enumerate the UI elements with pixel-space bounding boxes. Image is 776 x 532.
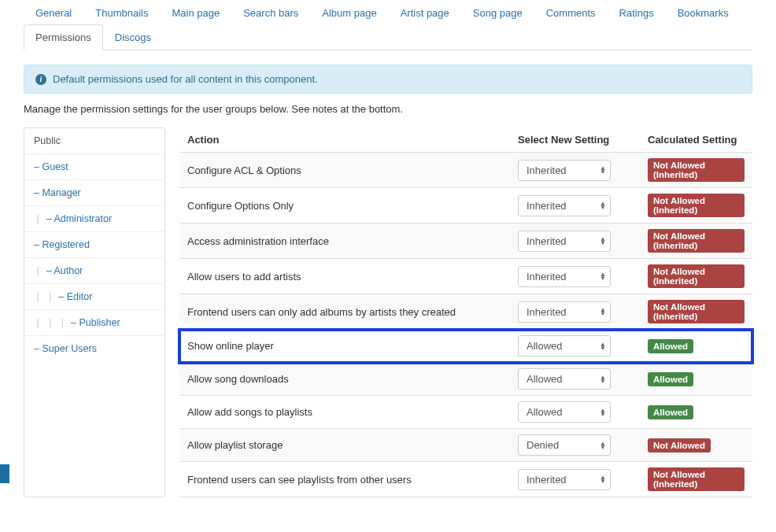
- status-badge: Not Allowed (Inherited): [648, 229, 745, 253]
- table-row: Allow playlist storageDenied▲▼Not Allowe…: [179, 429, 752, 462]
- side-tab[interactable]: [0, 464, 9, 483]
- action-label: Frontend users can only add albums by ar…: [179, 294, 510, 330]
- action-label: Frontend users can see playlists from ot…: [179, 462, 510, 497]
- status-badge: Allowed: [648, 372, 693, 386]
- sidebar-item-publisher[interactable]: | | | – Publisher: [24, 310, 164, 336]
- tab-main-page[interactable]: Main page: [160, 0, 231, 25]
- action-label: Show online player: [179, 330, 510, 363]
- status-badge: Not Allowed (Inherited): [648, 194, 745, 217]
- status-badge: Not Allowed (Inherited): [648, 467, 745, 491]
- table-row: Access administration interfaceInherited…: [179, 224, 752, 259]
- action-label: Access administration interface: [179, 224, 510, 259]
- table-row: Allow song downloadsAllowed▲▼Allowed: [179, 363, 752, 396]
- action-label: Allow add songs to playlists: [179, 396, 510, 429]
- action-label: Allow song downloads: [179, 363, 510, 396]
- sidebar-item-manager[interactable]: – Manager: [24, 180, 164, 206]
- status-badge: Allowed: [648, 339, 693, 353]
- table-row: Allow users to add artistsInherited▲▼Not…: [179, 259, 752, 294]
- select-setting[interactable]: Inherited: [518, 266, 611, 287]
- intro-text: Manage the permission settings for the u…: [24, 103, 752, 115]
- status-badge: Not Allowed (Inherited): [648, 158, 745, 182]
- sidebar-item-public[interactable]: Public: [24, 128, 164, 154]
- table-row: Allow add songs to playlistsAllowed▲▼All…: [179, 396, 752, 429]
- sidebar-item-guest[interactable]: – Guest: [24, 154, 164, 180]
- table-row: Configure ACL & OptionsInherited▲▼Not Al…: [179, 153, 752, 188]
- tab-comments[interactable]: Comments: [534, 0, 608, 25]
- sidebar-item-author[interactable]: | – Author: [24, 258, 164, 284]
- tab-thumbnails[interactable]: Thumbnails: [83, 0, 160, 25]
- alert-text: Default permissions used for all content…: [53, 73, 318, 85]
- action-label: Allow playlist storage: [179, 429, 510, 462]
- select-setting[interactable]: Allowed: [518, 335, 611, 357]
- tab-general[interactable]: General: [24, 0, 83, 25]
- th-action: Action: [179, 127, 510, 153]
- status-badge: Not Allowed (Inherited): [648, 300, 745, 323]
- select-setting[interactable]: Inherited: [518, 195, 611, 216]
- select-setting[interactable]: Inherited: [518, 231, 611, 252]
- sidebar-item-editor[interactable]: | | – Editor: [24, 284, 164, 310]
- action-label: Configure Options Only: [179, 188, 510, 224]
- tab-ratings[interactable]: Ratings: [608, 0, 666, 25]
- nav-tabs: GeneralThumbnailsMain pageSearch barsAlb…: [24, 0, 752, 50]
- select-setting[interactable]: Inherited: [518, 469, 611, 490]
- info-icon: i: [35, 74, 46, 85]
- select-setting[interactable]: Denied: [518, 434, 611, 456]
- status-badge: Not Allowed: [648, 438, 711, 453]
- table-row: Show online playerAllowed▲▼Allowed: [179, 330, 752, 363]
- th-calc: Calculated Setting: [640, 127, 752, 153]
- tab-song-page[interactable]: Song page: [461, 0, 534, 25]
- select-setting[interactable]: Allowed: [518, 401, 611, 423]
- tab-artist-page[interactable]: Artist page: [389, 0, 461, 25]
- tab-bookmarks[interactable]: Bookmarks: [666, 0, 741, 25]
- status-badge: Not Allowed (Inherited): [648, 264, 745, 288]
- select-setting[interactable]: Inherited: [518, 160, 611, 181]
- alert-info: i Default permissions used for all conte…: [24, 65, 752, 94]
- user-groups-sidebar: Public– Guest– Manager | – Administrator…: [24, 127, 165, 497]
- status-badge: Allowed: [648, 405, 693, 419]
- select-setting[interactable]: Inherited: [518, 301, 611, 323]
- action-label: Configure ACL & Options: [179, 153, 510, 188]
- sidebar-item-super-users[interactable]: – Super Users: [24, 336, 164, 361]
- select-setting[interactable]: Allowed: [518, 368, 611, 390]
- tab-permissions[interactable]: Permissions: [24, 24, 103, 50]
- table-row: Configure Options OnlyInherited▲▼Not All…: [179, 188, 752, 224]
- tab-search-bars[interactable]: Search bars: [231, 0, 310, 25]
- sidebar-item-registered[interactable]: – Registered: [24, 232, 164, 258]
- sidebar-item-administrator[interactable]: | – Administrator: [24, 206, 164, 232]
- th-select: Select New Setting: [510, 127, 640, 153]
- tab-album-page[interactable]: Album page: [310, 0, 388, 25]
- table-row: Frontend users can only add albums by ar…: [179, 294, 752, 330]
- table-row: Frontend users can see playlists from ot…: [179, 462, 752, 497]
- permissions-table: Action Select New Setting Calculated Set…: [179, 127, 752, 497]
- tab-discogs[interactable]: Discogs: [103, 24, 163, 50]
- action-label: Allow users to add artists: [179, 259, 510, 294]
